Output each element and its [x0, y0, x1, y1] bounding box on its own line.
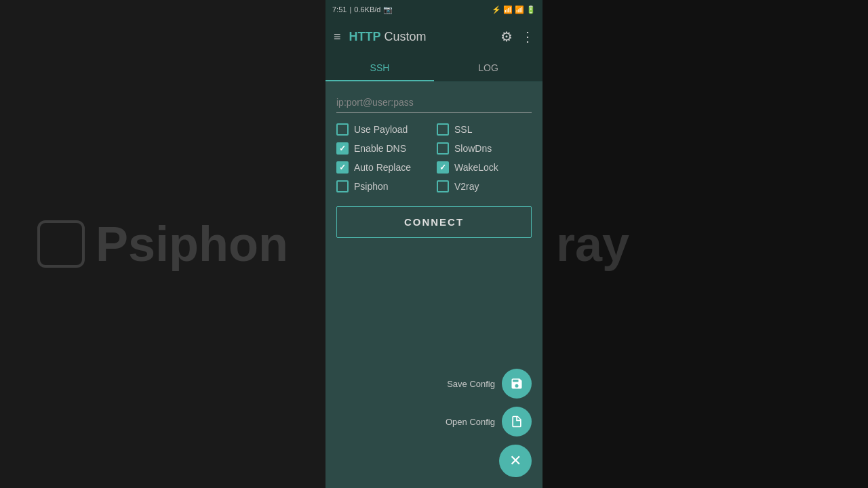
- fab-area: Save Config Open Config ✕: [446, 369, 532, 477]
- background-right: ray: [542, 0, 868, 488]
- status-left: 7:51 | 0.6KB/d 📷: [332, 5, 393, 14]
- label-wake-lock: WakeLock: [454, 162, 498, 173]
- save-config-row: Save Config: [447, 369, 532, 399]
- checkbox-ssl-box[interactable]: [437, 123, 449, 136]
- wifi-icon: 📶: [503, 5, 513, 14]
- label-use-payload: Use Payload: [354, 124, 408, 135]
- hamburger-icon[interactable]: ≡: [334, 30, 341, 44]
- close-fab-row: ✕: [499, 445, 532, 477]
- checkbox-v2ray-box[interactable]: [437, 180, 449, 192]
- title-custom: Custom: [381, 30, 427, 43]
- app-title: HTTP Custom: [349, 30, 492, 44]
- background-left: Psiphon: [0, 0, 326, 488]
- tab-log[interactable]: LOG: [434, 54, 542, 81]
- checkbox-use-payload[interactable]: Use Payload: [336, 123, 431, 136]
- bg-psiphon-text: Psiphon: [37, 216, 288, 272]
- save-config-label: Save Config: [447, 379, 495, 389]
- save-config-button[interactable]: [502, 369, 532, 399]
- checkbox-psiphon[interactable]: Psiphon: [336, 180, 431, 192]
- checkbox-enable-dns[interactable]: Enable DNS: [336, 142, 431, 155]
- speed-value: 0.6KB/d: [354, 5, 380, 14]
- battery-icon: 🔋: [526, 5, 536, 14]
- title-http: HTTP: [349, 30, 381, 43]
- checkbox-wake-lock[interactable]: WakeLock: [437, 161, 532, 174]
- signal-icon: 📶: [515, 5, 524, 14]
- label-psiphon: Psiphon: [354, 181, 389, 192]
- checkbox-auto-replace[interactable]: Auto Replace: [336, 161, 431, 174]
- speed-display: |: [349, 5, 351, 14]
- bluetooth-icon: ⚡: [492, 5, 501, 14]
- close-fab-button[interactable]: ✕: [499, 445, 532, 477]
- camera-icon: 📷: [383, 5, 393, 14]
- app-bar-icons: ⚙ ⋮: [500, 28, 534, 45]
- label-slow-dns: SlowDns: [454, 143, 492, 154]
- checkbox-enable-dns-box[interactable]: [336, 142, 349, 155]
- checkbox-wake-lock-box[interactable]: [437, 161, 449, 174]
- checkbox-auto-replace-box[interactable]: [336, 161, 349, 174]
- status-right: ⚡ 📶 📶 🔋: [492, 5, 536, 14]
- tab-ssh[interactable]: SSH: [326, 54, 434, 81]
- settings-icon[interactable]: ⚙: [500, 28, 513, 45]
- phone-frame: 7:51 | 0.6KB/d 📷 ⚡ 📶 📶 🔋 ≡ HTTP Custom ⚙…: [326, 0, 542, 488]
- tabs: SSH LOG: [326, 54, 542, 82]
- checkbox-ssl[interactable]: SSL: [437, 123, 532, 136]
- open-config-row: Open Config: [446, 407, 532, 436]
- bg-psiphon-icon: [37, 220, 85, 268]
- open-config-button[interactable]: [502, 407, 532, 436]
- label-auto-replace: Auto Replace: [354, 162, 411, 173]
- open-config-label: Open Config: [446, 417, 495, 427]
- checkbox-v2ray[interactable]: V2ray: [437, 180, 532, 192]
- checkbox-grid: Use Payload SSL Enable DNS SlowDns Auto …: [336, 123, 532, 192]
- label-v2ray: V2ray: [454, 181, 479, 192]
- time-display: 7:51: [332, 5, 347, 14]
- connect-button[interactable]: CONNECT: [336, 206, 532, 238]
- checkbox-slow-dns[interactable]: SlowDns: [437, 142, 532, 155]
- label-enable-dns: Enable DNS: [354, 143, 406, 154]
- content-area: Use Payload SSL Enable DNS SlowDns Auto …: [326, 82, 542, 488]
- open-icon: [510, 415, 524, 428]
- checkbox-use-payload-box[interactable]: [336, 123, 349, 136]
- checkbox-slow-dns-box[interactable]: [437, 142, 449, 155]
- checkbox-psiphon-box[interactable]: [336, 180, 349, 192]
- label-ssl: SSL: [454, 124, 472, 135]
- more-options-icon[interactable]: ⋮: [521, 28, 534, 45]
- status-bar: 7:51 | 0.6KB/d 📷 ⚡ 📶 📶 🔋: [326, 0, 542, 19]
- server-input[interactable]: [336, 93, 532, 113]
- save-icon: [510, 377, 524, 390]
- bg-ray-text: ray: [556, 216, 629, 272]
- app-bar: ≡ HTTP Custom ⚙ ⋮: [326, 19, 542, 54]
